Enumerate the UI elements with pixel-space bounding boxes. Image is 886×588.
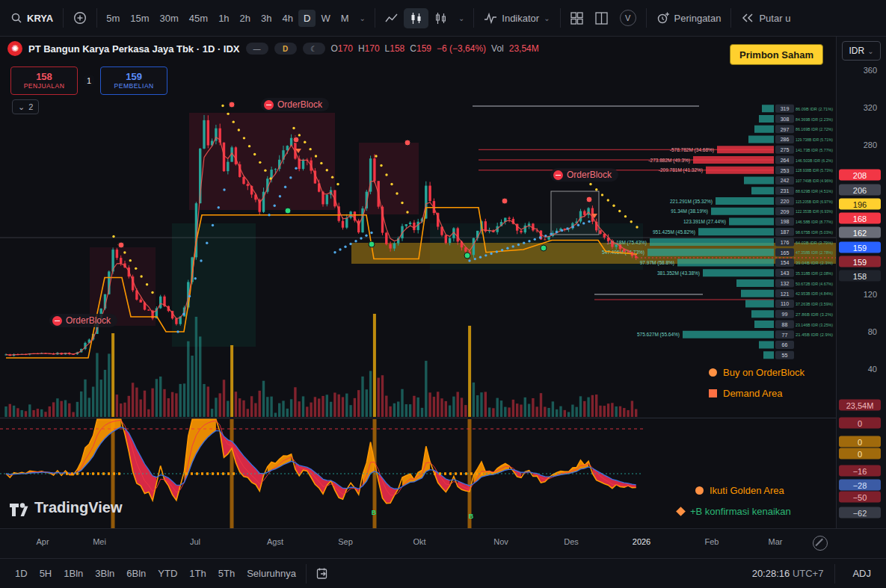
range-1bln[interactable]: 1Bln [58,565,89,582]
volume-bar [37,409,39,417]
timeframe-2h[interactable]: 2h [235,10,256,27]
sell-signal-dot [118,242,124,248]
volume-bar [603,406,606,417]
alerts-button[interactable]: Peringatan [650,7,727,28]
time-axis[interactable]: AprMeiJulAgstSepOktNovDes2026FebMar [0,528,886,558]
volume-bar [215,397,217,417]
svg-text:123.391M (27.44%): 123.391M (27.44%) [683,219,726,225]
svg-text:308: 308 [781,117,790,122]
svg-text:286: 286 [781,137,790,142]
timeframe-3h[interactable]: 3h [256,10,277,27]
time-label: Mar [769,537,783,546]
hollow-candles-icon [434,12,447,25]
range-6bln[interactable]: 6Bln [120,565,152,582]
volume-bar [28,404,31,417]
svg-text:381.352M (43.38%): 381.352M (43.38%) [657,270,700,276]
circle-slash-icon[interactable] [813,536,828,551]
chart-type-candles[interactable] [404,8,428,28]
svg-text:27.86B IDR (3.2%): 27.86B IDR (3.2%) [796,312,833,317]
minimize-chip[interactable]: — [246,43,268,55]
range-5h[interactable]: 5H [34,565,58,582]
clock-time[interactable]: 20:28:16 UTC+7 [752,568,824,579]
primbon-saham-button[interactable]: Primbon Saham [730,44,823,65]
candle [579,211,582,222]
svg-text:86.169B IDR (2.72%): 86.169B IDR (2.72%) [796,127,833,131]
chart-canvas[interactable]: 31986.09B IDR (2.71%)30884.369B IDR (2.2… [0,37,886,530]
timeframe-1w[interactable]: W [316,10,335,27]
calendar-goto-icon [316,567,329,580]
indicators-button[interactable]: Indikator ⌄ [478,7,556,28]
ohlc-values: O170 H170 L158 C159 −6 (−3,64%) Vol 23,5… [331,43,539,54]
buy-button[interactable]: 159 PEMBELIAN [100,66,167,95]
interval-chip[interactable]: D [274,43,297,55]
volume-bar [68,403,70,417]
chart-type-line[interactable] [379,8,404,28]
collapse-indicators-chip[interactable]: ⌄ 2 [12,99,39,114]
currency-selector[interactable]: IDR⌄ [842,41,881,61]
timeframe-4h[interactable]: 4h [277,10,298,27]
legend-demand-area: Demand Area [709,388,783,399]
range-ytd[interactable]: YTD [152,565,183,582]
legend-golden-area: Ikuti Golden Area [695,485,784,496]
profile-bar [703,269,774,276]
gold-volume-bar [230,345,233,417]
range-all[interactable]: Seluruhnya [241,565,302,582]
volume-bar [116,394,118,417]
price-badge: −28 [839,480,881,491]
sell-button[interactable]: 158 PENJUALAN [10,66,78,95]
v-badge-button[interactable]: V [614,6,642,30]
range-5th[interactable]: 5Th [212,565,241,582]
divider [560,8,561,28]
chart-type-chevron-icon[interactable]: ⌄ [453,11,470,25]
range-3bln[interactable]: 3Bln [89,565,120,582]
price-axis[interactable]: IDR⌄ 36032028012080402082061961681621591… [836,37,886,529]
timeframe-1m[interactable]: M [336,10,354,27]
volume-bar [21,410,23,417]
krya-logo: ✺ [7,41,22,56]
svg-text:128.938B IDR (5.73%): 128.938B IDR (5.73%) [796,168,833,173]
divider [473,8,474,28]
volume-bar [540,393,542,417]
line-chart-icon [385,12,398,25]
timeframe-5m[interactable]: 5m [101,10,125,27]
price-badge: −16 [839,465,881,477]
alarm-plus-icon [656,11,670,25]
svg-text:21.45B IDR (2.9%): 21.45B IDR (2.9%) [796,332,833,337]
profile-bar [759,115,774,123]
timeframe-menu-chevron-icon[interactable]: ⌄ [354,11,371,25]
volume-bar [338,394,340,417]
candle [203,120,205,149]
candle [428,186,431,202]
chart-type-hollow[interactable] [428,8,453,28]
range-1th[interactable]: 1Th [183,565,212,582]
timeframe-45m[interactable]: 45m [184,10,213,27]
volume-bar [108,353,110,417]
volume-bar [544,406,546,417]
layout-grid-button[interactable] [564,8,589,28]
symbol-search[interactable]: KRYA [4,8,59,28]
volume-bar [559,406,562,417]
change-value: −6 (−3,64%) [437,43,486,54]
timeframe-1h[interactable]: 1h [213,10,234,27]
timeframe-15m[interactable]: 15m [125,10,154,27]
timeframe-30m[interactable]: 30m [155,10,184,27]
price-badge: 168 [839,213,881,224]
replay-button[interactable]: Putar u [735,7,796,28]
indicators-icon [484,11,497,25]
volume-bar [579,396,582,417]
volume-bar [84,380,86,417]
range-1d[interactable]: 1D [9,565,34,582]
divider [96,8,97,28]
adj-toggle[interactable]: ADJ [846,565,877,582]
volume-bar [4,406,7,417]
volume-bar [159,377,161,417]
volume-bar [250,396,253,417]
price-badge: 0 [839,436,881,448]
svg-text:132: 132 [781,281,790,286]
compare-add-button[interactable] [67,7,93,28]
candle [457,228,459,241]
timeframe-1d[interactable]: D [298,10,316,27]
indicators-label: Indikator [502,13,539,24]
layout-split-button[interactable] [589,8,614,28]
goto-date-button[interactable] [310,564,335,583]
